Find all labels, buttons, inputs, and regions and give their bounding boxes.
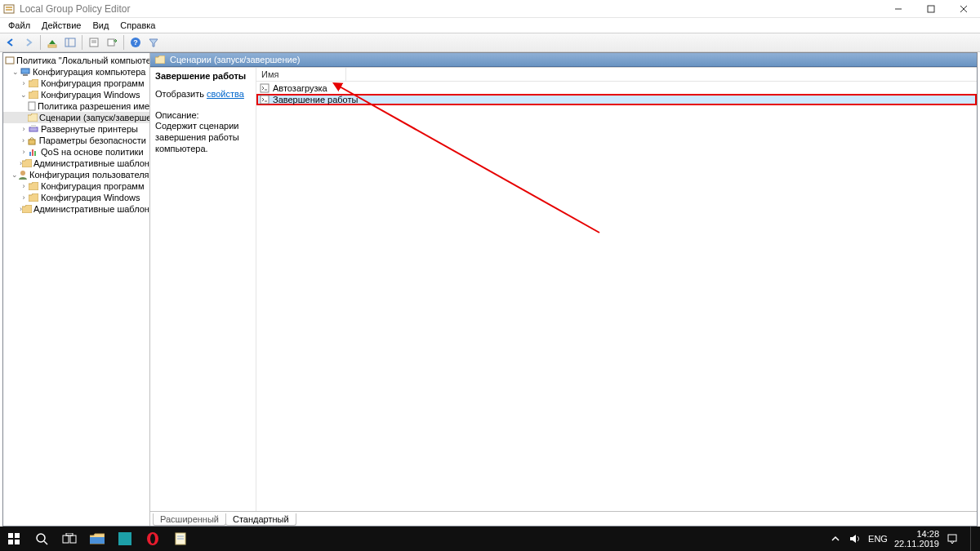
forward-button[interactable] (20, 34, 37, 51)
filter-button[interactable] (145, 34, 162, 51)
list-item-label: Завершение работы (273, 95, 358, 104)
svg-rect-8 (65, 38, 75, 47)
detail-title: Завершение работы (155, 71, 251, 81)
show-hide-tree-button[interactable] (62, 34, 78, 51)
menu-view[interactable]: Вид (87, 20, 114, 31)
tree-qos[interactable]: › QoS на основе политики (3, 146, 149, 158)
computer-icon (20, 67, 31, 77)
svg-rect-17 (21, 69, 29, 73)
tab-standard[interactable]: Стандартный (225, 513, 296, 526)
svg-point-42 (150, 534, 155, 544)
expander-icon[interactable]: › (20, 193, 28, 202)
tree-scripts[interactable]: Сценарии (запуск/завершение) (3, 112, 149, 123)
svg-rect-33 (15, 540, 20, 544)
tree-pane[interactable]: Политика "Локальный компьютер" ⌄ Конфигу… (3, 53, 150, 526)
back-button[interactable] (2, 34, 19, 51)
up-button[interactable] (44, 34, 60, 51)
clock-time: 14:28 (894, 529, 939, 539)
script-icon (260, 83, 270, 93)
expander-icon[interactable]: ⌄ (11, 171, 18, 179)
tray-chevron-icon[interactable] (829, 532, 842, 545)
svg-rect-18 (23, 74, 28, 76)
menu-action[interactable]: Действие (37, 20, 86, 31)
tree-root[interactable]: Политика "Локальный компьютер" (3, 55, 149, 66)
window-title: Local Group Policy Editor (20, 3, 882, 15)
explorer-icon[interactable] (83, 527, 111, 551)
menubar: Файл Действие Вид Справка (0, 18, 980, 33)
svg-rect-16 (6, 57, 14, 64)
list-item-startup[interactable]: Автозагрузка (256, 82, 977, 94)
taskbar: ENG 14:28 22.11.2019 (0, 527, 980, 551)
svg-rect-39 (90, 537, 105, 544)
svg-rect-31 (15, 533, 20, 538)
teal-app-icon[interactable] (111, 527, 139, 551)
svg-text:?: ? (133, 38, 138, 47)
app-body: Политика "Локальный компьютер" ⌄ Конфигу… (2, 52, 978, 527)
language-indicator[interactable]: ENG (868, 534, 888, 544)
script-icon (260, 95, 270, 104)
expander-icon[interactable]: ⌄ (20, 91, 28, 99)
list-item-shutdown[interactable]: Завершение работы (256, 94, 977, 105)
tree-software-settings-u[interactable]: › Конфигурация программ (3, 180, 149, 192)
tree-windows-settings-u[interactable]: › Конфигурация Windows (3, 192, 149, 203)
clock[interactable]: 14:28 22.11.2019 (894, 529, 939, 549)
detail-desc-label: Описание: (155, 110, 251, 120)
tree-label: Административные шаблоны (33, 204, 150, 214)
tree-admin-templates-u[interactable]: › Административные шаблоны (3, 203, 149, 215)
expander-icon[interactable]: ⌄ (11, 68, 20, 76)
tree-deployed-printers[interactable]: › Развернутые принтеры (3, 123, 149, 135)
tree-user-config[interactable]: ⌄ Конфигурация пользователя (3, 169, 149, 180)
column-name[interactable]: Имя (256, 68, 346, 81)
policy-icon (5, 56, 15, 65)
expander-icon[interactable]: › (20, 182, 28, 190)
tree-label: Развернутые принтеры (41, 124, 138, 134)
svg-point-34 (37, 534, 45, 542)
opera-icon[interactable] (139, 527, 167, 551)
properties-link[interactable]: свойства (207, 89, 244, 99)
tree-label: Параметры безопасности (39, 136, 146, 145)
menu-help[interactable]: Справка (115, 20, 160, 31)
scripts-icon (28, 113, 38, 122)
properties-button[interactable] (86, 34, 102, 51)
expander-icon[interactable]: › (20, 148, 28, 156)
tree-admin-templates-c[interactable]: › Административные шаблоны (3, 158, 149, 169)
tree-name-resolution[interactable]: Политика разрешения имен (3, 100, 149, 112)
user-icon (18, 170, 28, 180)
list-pane[interactable]: Имя Автозагрузка Завершение работы (256, 68, 977, 511)
svg-rect-23 (29, 152, 31, 156)
tab-extended[interactable]: Расширенный (153, 513, 226, 526)
svg-rect-2 (6, 9, 12, 11)
menu-file[interactable]: Файл (3, 20, 35, 31)
show-desktop-button[interactable] (970, 527, 975, 551)
close-button[interactable] (947, 0, 980, 18)
scripts-icon (154, 53, 167, 66)
tree-label: Конфигурация Windows (41, 90, 140, 100)
minimize-button[interactable] (882, 0, 915, 18)
volume-icon[interactable] (849, 532, 862, 545)
notifications-icon[interactable] (946, 532, 959, 545)
start-button[interactable] (0, 527, 28, 551)
chart-icon (28, 147, 39, 157)
tree-software-settings[interactable]: › Конфигурация программ (3, 78, 149, 89)
search-button[interactable] (28, 527, 56, 551)
tree-security-settings[interactable]: › Параметры безопасности (3, 135, 149, 146)
tree-label: Административные шаблоны (33, 158, 150, 168)
folder-icon (28, 78, 39, 88)
right-header: Сценарии (запуск/завершение) (150, 53, 977, 67)
toolbar-separator (40, 35, 41, 50)
svg-point-26 (20, 171, 25, 176)
tree-label: Конфигурация Windows (41, 193, 140, 202)
help-button[interactable]: ? (127, 34, 144, 51)
expander-icon[interactable]: › (20, 79, 28, 87)
maximize-button[interactable] (915, 0, 947, 18)
tree-computer-config[interactable]: ⌄ Конфигурация компьютера (3, 66, 149, 78)
folder-icon (22, 204, 32, 214)
expander-icon[interactable]: › (20, 136, 27, 144)
notepad-icon[interactable] (167, 527, 194, 551)
svg-line-35 (44, 541, 47, 544)
tree-windows-settings[interactable]: ⌄ Конфигурация Windows (3, 89, 149, 100)
task-view-button[interactable] (56, 527, 83, 551)
svg-rect-30 (8, 533, 13, 538)
expander-icon[interactable]: › (20, 125, 28, 133)
export-button[interactable] (104, 34, 120, 51)
